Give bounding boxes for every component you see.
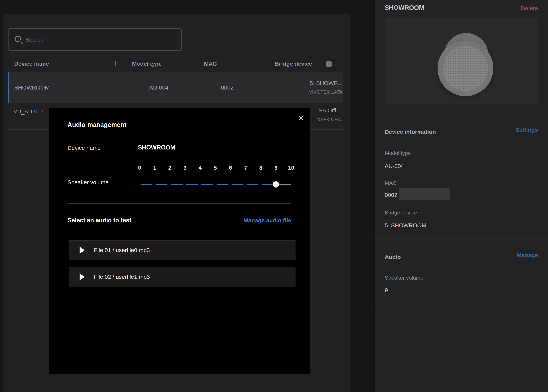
speaker-volume-slider[interactable] — [140, 184, 291, 185]
volume-tick-2: 2 — [168, 165, 171, 171]
audio-file-row-1[interactable]: File 01 / userfile0.mp3 — [69, 240, 295, 260]
table-row-showroom[interactable] — [8, 72, 343, 103]
settings-link[interactable]: Settings — [516, 126, 538, 133]
manage-link[interactable]: Manage — [517, 252, 538, 258]
mac-redaction-box — [399, 189, 450, 200]
panel-speaker-volume-label: Speaker volume — [385, 275, 423, 281]
audio-file-label: File 01 / userfile0.mp3 — [94, 247, 150, 253]
mac-label: MAC — [385, 180, 397, 186]
audio-file-label: File 02 / userfile1.mp3 — [94, 273, 150, 280]
info-icon[interactable]: i — [326, 61, 332, 67]
modal-title: Audio management — [68, 121, 127, 128]
volume-tick-7: 7 — [244, 165, 247, 171]
section-divider — [375, 307, 548, 307]
volume-tick-1: 1 — [153, 165, 156, 171]
volume-track-segment[interactable] — [247, 184, 258, 185]
volume-track-segment[interactable] — [201, 184, 213, 185]
column-header-mac[interactable]: MAC — [204, 60, 217, 67]
close-icon[interactable]: ✕ — [294, 112, 308, 125]
volume-tick-0: 0 — [138, 165, 141, 171]
column-header-device-name[interactable]: Device name — [14, 60, 49, 67]
row1-bridge-device: 5. SHOWR... — [251, 80, 343, 86]
volume-track-segment[interactable] — [156, 184, 167, 185]
volume-tick-3: 3 — [184, 165, 186, 171]
column-header-model-type[interactable]: Model type — [132, 60, 162, 67]
row1-mac: 0002 — [221, 84, 234, 91]
row1-model-type: AU-004 — [149, 84, 169, 91]
volume-tick-10: 10 — [288, 165, 294, 171]
volume-tick-8: 8 — [259, 165, 262, 171]
volume-tick-5: 5 — [214, 165, 217, 171]
row1-device-name: SHOWROOM — [14, 84, 50, 91]
search-placeholder: Search — [25, 36, 43, 43]
model-type-label: Model type — [385, 150, 411, 156]
play-icon[interactable] — [79, 246, 85, 254]
volume-track-segment[interactable] — [262, 184, 274, 185]
modal-device-name-value: SHOWROOM — [138, 144, 175, 151]
row2-device-name[interactable]: VU_AU-001 — [13, 108, 44, 115]
modal-device-name-label: Device name — [68, 145, 101, 151]
bridge-device-label: Bridge device — [385, 210, 417, 216]
panel-speaker-volume-value: 9 — [385, 287, 388, 294]
manage-audio-file-link[interactable]: Manage audio file — [243, 217, 291, 224]
device-information-heading: Device information — [385, 129, 436, 135]
panel-device-title: SHOWROOM — [385, 4, 424, 11]
delete-button[interactable]: Delete — [521, 5, 538, 12]
volume-track-segment[interactable] — [141, 184, 152, 185]
section-divider — [375, 114, 548, 114]
audio-management-modal: ✕ Audio management Device name SHOWROOM … — [49, 108, 310, 374]
model-type-value: AU-004 — [385, 163, 404, 169]
volume-tick-9: 9 — [274, 165, 278, 171]
audio-file-row-2[interactable]: File 02 / userfile1.mp3 — [69, 267, 295, 287]
sort-ascending-icon[interactable]: ↑ — [114, 59, 117, 67]
speaker-image — [443, 46, 488, 91]
play-icon[interactable] — [79, 273, 85, 280]
volume-tick-labels: 012345678910 — [140, 165, 291, 172]
volume-track-segment[interactable] — [186, 184, 198, 185]
volume-slider-handle[interactable] — [273, 181, 279, 188]
row1-bridge-device-sub: .VIVOTEK LATA — [251, 89, 343, 95]
select-audio-label: Select an audio to test — [68, 217, 131, 224]
audio-heading: Audio — [385, 254, 401, 260]
volume-track-segment[interactable] — [171, 184, 183, 185]
speaker-volume-label: Speaker volume — [68, 179, 109, 186]
volume-track-segment[interactable] — [217, 184, 228, 185]
bridge-device-value: 5. SHOWROOM — [385, 222, 426, 229]
volume-track-segment[interactable] — [232, 184, 243, 185]
volume-tick-4: 4 — [199, 165, 202, 171]
modal-divider — [68, 203, 292, 204]
mac-value: 0002 — [385, 192, 398, 198]
column-header-bridge-device[interactable]: Bridge device — [275, 60, 312, 67]
section-divider — [375, 239, 548, 239]
search-icon — [15, 36, 21, 42]
app-window: Search Device name ↑ Model type MAC Brid… — [0, 0, 548, 392]
volume-tick-6: 6 — [229, 165, 232, 171]
